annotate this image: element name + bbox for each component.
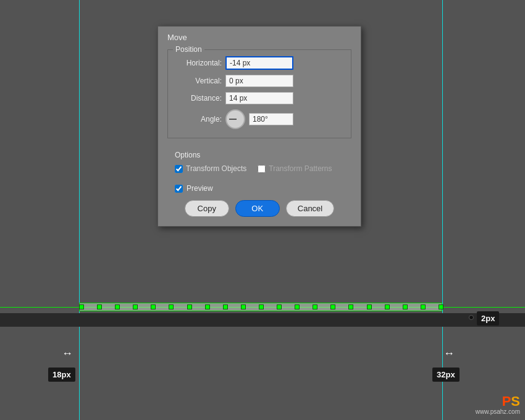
horizontal-input[interactable] <box>225 56 293 70</box>
handle <box>367 304 372 309</box>
handle <box>439 304 443 309</box>
preview-row: Preview <box>167 184 351 193</box>
dialog-title: Move <box>167 33 351 42</box>
distance-row: Distance: <box>175 92 343 104</box>
transform-objects-checkbox-item[interactable]: Transform Objects <box>175 164 246 173</box>
move-dialog: Move Position Horizontal: Vertical: Dist… <box>158 26 361 227</box>
options-section: Options Transform Objects Transform Patt… <box>167 146 351 179</box>
selection-endpoint-dot <box>469 315 474 320</box>
arrow-right-indicator: ↔ <box>443 347 455 360</box>
handle <box>79 304 84 309</box>
angle-wheel[interactable] <box>225 109 245 129</box>
dimension-label-32px: 32px <box>432 368 460 382</box>
handle <box>241 304 246 309</box>
checkbox-row: Transform Objects Transform Patterns <box>175 164 344 173</box>
guide-vertical-right <box>442 0 443 420</box>
distance-label: Distance: <box>175 94 222 103</box>
distance-input[interactable] <box>225 92 293 104</box>
position-section: Position Horizontal: Vertical: Distance:… <box>167 49 351 138</box>
transform-patterns-checkbox[interactable] <box>258 165 266 173</box>
cancel-button[interactable]: Cancel <box>286 200 334 217</box>
dimension-label-18px: 18px <box>48 368 75 382</box>
horizontal-row: Horizontal: <box>175 56 343 70</box>
canvas-area: 2px ↔ ↔ 18px 32px Move Position Horizont… <box>0 0 525 420</box>
handle <box>403 304 408 309</box>
angle-row: Angle: <box>175 109 343 129</box>
dark-bar <box>0 313 525 327</box>
handle <box>115 304 120 309</box>
handle <box>330 304 335 309</box>
guide-vertical-left <box>79 0 80 420</box>
handle <box>313 304 317 309</box>
handle <box>169 304 174 309</box>
angle-label: Angle: <box>175 115 222 124</box>
copy-button[interactable]: Copy <box>185 200 229 217</box>
transform-objects-checkbox[interactable] <box>175 165 183 173</box>
watermark: PS www.psahz.com <box>476 395 520 415</box>
ok-button[interactable]: OK <box>235 200 280 217</box>
selection-handles <box>79 302 443 312</box>
vertical-label: Vertical: <box>175 77 222 85</box>
transform-patterns-label: Transform Patterns <box>269 164 332 173</box>
vertical-input[interactable] <box>225 75 293 87</box>
handle <box>259 304 264 309</box>
vertical-row: Vertical: <box>175 75 343 87</box>
handle <box>133 304 138 309</box>
angle-input[interactable] <box>249 113 293 125</box>
transform-objects-label: Transform Objects <box>186 164 246 173</box>
handle <box>151 304 156 309</box>
options-title: Options <box>175 151 344 159</box>
handle <box>97 304 102 309</box>
handle <box>277 304 282 309</box>
arrow-left-indicator: ↔ <box>62 347 73 360</box>
handle <box>205 304 210 309</box>
transform-patterns-checkbox-item[interactable]: Transform Patterns <box>258 164 332 173</box>
handle <box>421 304 426 309</box>
preview-label: Preview <box>187 184 213 193</box>
dimension-label-2px: 2px <box>477 311 499 326</box>
handle <box>348 304 353 309</box>
button-row: Copy OK Cancel <box>167 200 351 217</box>
watermark-ps-logo: PS <box>502 395 520 408</box>
preview-checkbox[interactable] <box>175 185 183 193</box>
horizontal-label: Horizontal: <box>175 59 222 67</box>
position-section-title: Position <box>173 45 204 54</box>
handle <box>187 304 192 309</box>
handle <box>223 304 228 309</box>
watermark-site-url: www.psahz.com <box>476 408 520 415</box>
angle-line-indicator <box>229 119 237 120</box>
handle <box>385 304 390 309</box>
handle <box>295 304 300 309</box>
